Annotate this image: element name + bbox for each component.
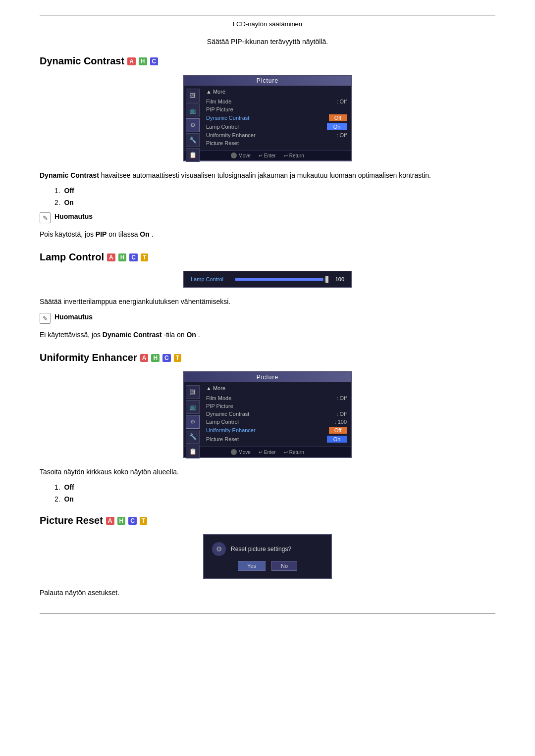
reset-yes-button[interactable]: Yes <box>238 561 266 571</box>
sidebar-icon-ue-5: 📋 <box>186 445 200 458</box>
lamp-slider-value: 100 <box>332 276 344 282</box>
menu-row-pip-ue: PIP Picture <box>206 402 347 410</box>
enter-icon-dc: ↵ <box>259 153 263 158</box>
footer-return-dc: ↩ Return <box>284 152 304 158</box>
ue-on: On <box>64 495 73 503</box>
intro-text: Säätää PIP-ikkunan terävyyttä näytöllä. <box>40 38 495 46</box>
dc-label-ue: Dynamic Contrast <box>206 411 249 417</box>
footer-enter-label-dc: Enter <box>264 153 276 158</box>
lc-note-period: . <box>198 331 200 339</box>
ue-list-2: 2. On <box>54 495 495 503</box>
badge-h-dc: H <box>139 57 147 65</box>
page-footer-border <box>40 613 495 613</box>
ue-off: Off <box>64 483 74 491</box>
sidebar-icon-ue-2: 📺 <box>186 400 200 414</box>
footer-return-label-dc: Return <box>289 153 304 158</box>
badge-c-lc: C <box>129 253 138 261</box>
pip-label-ue: PIP Picture <box>206 403 233 409</box>
film-mode-value-dc: : Off <box>336 99 347 104</box>
uniformity-label-dc: Uniformity Enhancer <box>206 132 256 138</box>
dc-note-title: Huomautus <box>54 212 93 220</box>
dc-note-text: Pois käytöstä, jos PIP on tilassa On . <box>40 229 495 240</box>
picture-reset-heading: Picture Reset A H C T <box>40 515 495 526</box>
badge-c-ue: C <box>162 354 171 362</box>
badge-h-pr: H <box>117 517 126 525</box>
sidebar-icon-3: ⚙ <box>186 118 200 132</box>
ue-list-1: 1. Off <box>54 483 495 491</box>
film-label-ue: Film Mode <box>206 395 231 401</box>
menu-title-ue: Picture <box>184 372 351 382</box>
lamp-slider-track <box>235 278 327 281</box>
menu-sidebar-ue: 🖼 📺 ⚙ 🔧 📋 <box>184 383 201 460</box>
lamp-value-dc: On <box>327 123 347 130</box>
film-value-ue: : Off <box>336 395 347 401</box>
enter-icon-ue: ↵ <box>259 450 263 455</box>
pr-description: Palauta näytön asetukset. <box>40 588 495 598</box>
reset-no-button[interactable]: No <box>271 561 297 571</box>
dynamic-contrast-heading: Dynamic Contrast A H C <box>40 55 495 67</box>
lamp-box: Lamp Control 100 <box>183 271 352 288</box>
reset-label-dc: Picture Reset <box>206 140 239 146</box>
lamp-slider-thumb <box>325 276 328 283</box>
more-label-dc: ▲ More <box>206 89 225 95</box>
film-mode-label-dc: Film Mode <box>206 99 231 104</box>
dc-note-suffix: on tilassa <box>108 230 140 238</box>
sidebar-icon-ue-4: 🔧 <box>186 430 200 444</box>
page-header: LCD-näytön säätäminen <box>40 15 495 28</box>
badge-a-dc: A <box>127 57 136 65</box>
dc-note-pip: PIP <box>96 230 107 238</box>
footer-return-label-ue: Return <box>289 450 304 455</box>
menu-box-ue: Picture 🖼 📺 ⚙ 🔧 📋 ▲ More Film Mode : Off… <box>183 371 352 458</box>
menu-row-uniformity-dc: Uniformity Enhancer : Off <box>206 131 347 139</box>
dc-on: On <box>64 199 73 206</box>
dyn-contrast-label: Dynamic Contrast <box>206 115 249 121</box>
dynamic-contrast-title: Dynamic Contrast <box>40 55 124 67</box>
dc-description-text: havaitsee automaattisesti visuaalisen tu… <box>101 171 431 179</box>
note-icon-dc: ✎ <box>40 212 51 223</box>
dc-value-ue: : Off <box>336 411 347 417</box>
dyn-contrast-value: Off <box>329 114 347 121</box>
dc-note-period: . <box>152 230 154 238</box>
sidebar-icon-ue-1: 🖼 <box>186 385 200 399</box>
sidebar-icon-4: 🔧 <box>186 133 200 147</box>
dc-note-content: Huomautus <box>54 212 93 220</box>
dc-list-1: 1. Off <box>54 187 495 195</box>
sidebar-icon-5: 📋 <box>186 148 200 162</box>
dc-note-on: On <box>140 230 149 238</box>
lamp-label-dc: Lamp Control <box>206 124 239 130</box>
uniformity-label-ue: Uniformity Enhancer <box>206 427 256 433</box>
menu-content-ue: ▲ More Film Mode : Off PIP Picture Dynam… <box>202 382 351 447</box>
lc-note-on: On <box>186 331 196 339</box>
lc-note-suffix: -tila on <box>164 331 187 339</box>
lamp-control-title: Lamp Control <box>40 252 104 263</box>
badge-a-ue: A <box>140 354 149 362</box>
footer-move-label-dc: Move <box>238 153 250 158</box>
menu-content-dc: ▲ More Film Mode : Off PIP Picture Dynam… <box>202 86 351 150</box>
badge-h-ue: H <box>151 354 160 362</box>
sidebar-icon-2: 📺 <box>186 103 200 117</box>
reset-gear-icon: ⚙ <box>212 542 226 556</box>
picture-reset-dialog-container: ⚙ Reset picture settings? Yes No <box>40 534 495 579</box>
reset-buttons: Yes No <box>212 561 323 571</box>
move-icon-ue <box>231 449 237 455</box>
pip-label-dc: PIP Picture <box>206 106 233 112</box>
lc-note-prefix: Ei käytettävissä, jos <box>40 331 103 339</box>
dynamic-contrast-menu: Picture 🖼 📺 ⚙ 🔧 📋 ▲ More Film Mode : Off <box>40 75 495 161</box>
badge-t-lc: T <box>141 253 148 261</box>
menu-box-dc: Picture 🖼 📺 ⚙ 🔧 📋 ▲ More Film Mode : Off <box>183 75 352 161</box>
menu-title-dc: Picture <box>184 76 351 86</box>
reset-value-ue: On <box>327 436 347 443</box>
menu-more-ue: ▲ More <box>206 385 347 391</box>
footer-move-dc: Move <box>231 152 250 158</box>
footer-move-ue: Move <box>231 449 250 455</box>
uniformity-enhancer-title: Uniformity Enhancer <box>40 352 137 363</box>
footer-enter-ue: ↵ Enter <box>259 449 276 455</box>
page-container: LCD-näytön säätäminen Säätää PIP-ikkunan… <box>0 0 535 628</box>
ue-description: Tasoita näytön kirkkaus koko näytön alue… <box>40 467 495 477</box>
lc-note-dc: Dynamic Contrast <box>103 331 162 339</box>
footer-enter-label-ue: Enter <box>264 450 276 455</box>
badge-c-dc: C <box>150 57 159 65</box>
menu-footer-dc: Move ↵ Enter ↩ Return <box>184 150 351 160</box>
dc-off: Off <box>64 187 74 195</box>
menu-sidebar-dc: 🖼 📺 ⚙ 🔧 📋 <box>184 87 201 164</box>
